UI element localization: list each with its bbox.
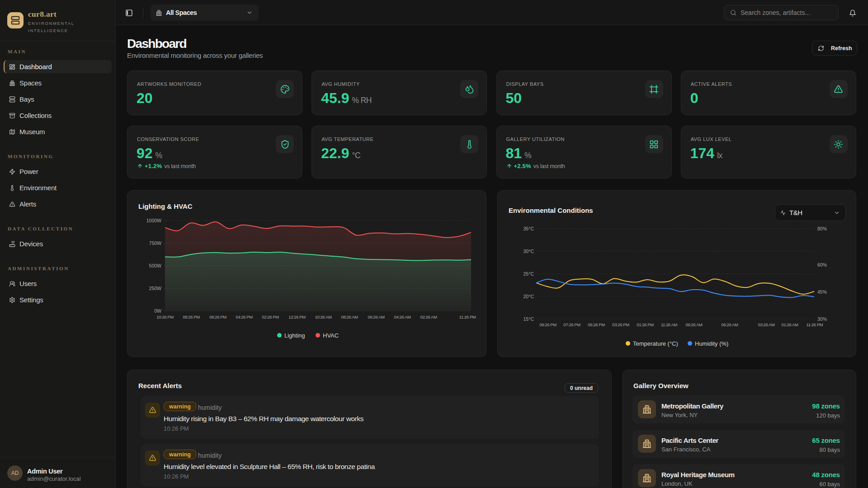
svg-text:01:26 PM: 01:26 PM xyxy=(637,322,654,327)
svg-text:20°C: 20°C xyxy=(524,294,534,299)
svg-text:08:26 AM: 08:26 AM xyxy=(341,314,358,319)
svg-text:03:26 AM: 03:26 AM xyxy=(758,322,775,327)
svg-text:10:26 AM: 10:26 AM xyxy=(315,314,332,319)
svg-text:06:26 AM: 06:26 AM xyxy=(368,314,385,319)
svg-text:10:26 PM: 10:26 PM xyxy=(156,314,174,319)
svg-text:Lighting: Lighting xyxy=(284,332,305,339)
svg-text:250W: 250W xyxy=(149,286,162,291)
svg-text:30°C: 30°C xyxy=(524,249,534,254)
svg-text:07:26 PM: 07:26 PM xyxy=(563,322,580,327)
svg-text:04:26 AM: 04:26 AM xyxy=(394,314,411,319)
svg-text:25°C: 25°C xyxy=(524,271,534,277)
svg-text:15°C: 15°C xyxy=(524,316,534,322)
svg-text:35°C: 35°C xyxy=(524,226,534,231)
svg-text:80%: 80% xyxy=(817,226,827,231)
svg-text:11:26 PM: 11:26 PM xyxy=(459,314,476,319)
svg-text:02:26 PM: 02:26 PM xyxy=(262,314,279,319)
svg-text:Temperature (°C): Temperature (°C) xyxy=(633,340,678,347)
svg-text:0W: 0W xyxy=(154,308,161,314)
svg-text:HVAC: HVAC xyxy=(323,332,339,339)
svg-text:11:26 AM: 11:26 AM xyxy=(661,322,678,327)
svg-text:12:26 PM: 12:26 PM xyxy=(288,314,306,319)
svg-text:08:26 PM: 08:26 PM xyxy=(183,314,200,319)
svg-text:03:26 PM: 03:26 PM xyxy=(612,322,629,327)
svg-text:750W: 750W xyxy=(149,240,162,246)
svg-text:06:26 AM: 06:26 AM xyxy=(722,322,738,327)
svg-text:45%: 45% xyxy=(817,289,827,295)
svg-text:01:26 AM: 01:26 AM xyxy=(782,322,798,327)
svg-text:04:26 PM: 04:26 PM xyxy=(236,314,253,319)
svg-text:06:26 PM: 06:26 PM xyxy=(209,314,226,319)
svg-text:11:26 PM: 11:26 PM xyxy=(807,322,823,327)
svg-text:09:26 PM: 09:26 PM xyxy=(539,322,557,327)
svg-text:1000W: 1000W xyxy=(146,218,161,223)
svg-text:500W: 500W xyxy=(149,263,162,268)
svg-text:30%: 30% xyxy=(817,316,827,322)
svg-text:09:26 AM: 09:26 AM xyxy=(686,322,703,327)
svg-text:02:26 AM: 02:26 AM xyxy=(420,314,437,319)
svg-text:Humidity (%): Humidity (%) xyxy=(695,340,728,347)
svg-text:05:26 PM: 05:26 PM xyxy=(588,322,605,327)
svg-text:60%: 60% xyxy=(817,262,827,267)
